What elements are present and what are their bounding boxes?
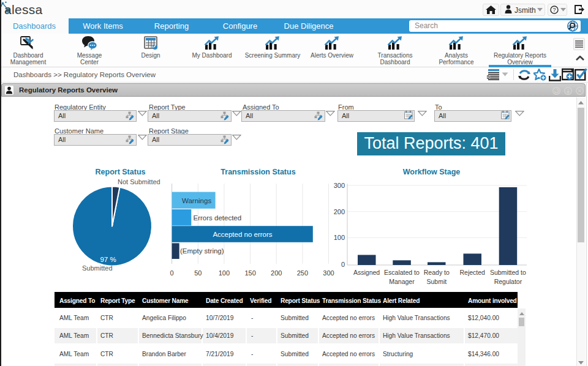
svg-text:Regulator: Regulator <box>494 278 522 285</box>
svg-text:Warnings: Warnings <box>182 197 211 204</box>
svg-text:100: 100 <box>219 269 230 277</box>
svg-text:Escalated to: Escalated to <box>384 269 420 276</box>
svg-text:Submitted: Submitted <box>82 264 113 272</box>
svg-text:Submit: Submit <box>426 278 447 285</box>
svg-text:Ready to: Ready to <box>424 269 450 276</box>
svg-text:200: 200 <box>334 208 345 215</box>
svg-text:Manager: Manager <box>389 278 415 285</box>
svg-text:0: 0 <box>170 269 174 277</box>
svg-text:100: 100 <box>334 234 345 241</box>
svg-text:Accepted no errors: Accepted no errors <box>213 231 272 238</box>
svg-text:Assigned: Assigned <box>353 269 380 276</box>
svg-text:(Empty string): (Empty string) <box>180 247 224 255</box>
svg-text:Not Submitted: Not Submitted <box>118 178 160 185</box>
svg-text:Errors detected: Errors detected <box>194 214 242 222</box>
svg-text:150: 150 <box>244 269 255 277</box>
svg-text:Rejected: Rejected <box>459 269 485 276</box>
svg-text:Submitted to: Submitted to <box>490 269 526 276</box>
svg-text:200: 200 <box>271 269 282 277</box>
svg-text:250: 250 <box>297 269 308 277</box>
svg-text:300: 300 <box>334 182 345 189</box>
svg-text:?: ? <box>552 7 556 13</box>
svg-text:0: 0 <box>341 261 345 268</box>
svg-text:97 %: 97 % <box>100 256 116 263</box>
svg-text:300: 300 <box>323 269 334 277</box>
svg-text:50: 50 <box>194 269 202 277</box>
